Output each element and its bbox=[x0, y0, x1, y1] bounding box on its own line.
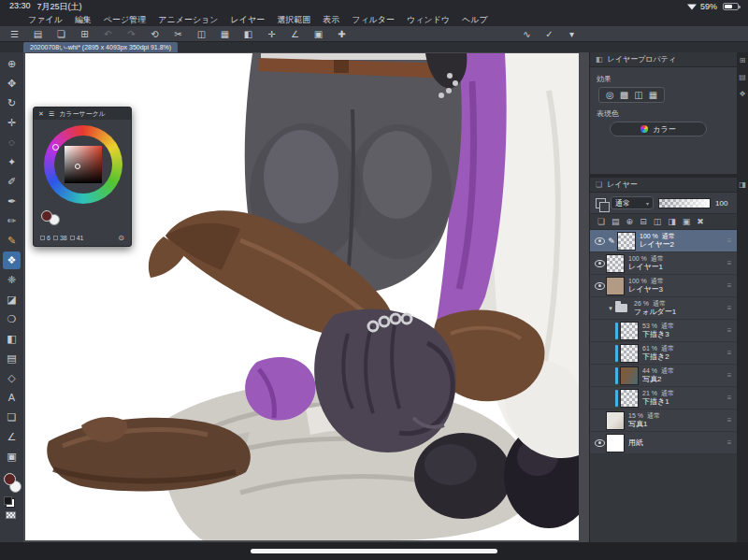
eyedropper-tool-icon[interactable]: ✐ bbox=[3, 173, 21, 191]
layer-thumbnail[interactable] bbox=[617, 232, 636, 251]
figure-tool-icon[interactable]: ◇ bbox=[3, 369, 21, 387]
menu-page[interactable]: ページ管理 bbox=[104, 14, 146, 26]
menu-animation[interactable]: アニメーション bbox=[158, 14, 218, 26]
subtool-panel-tab-icon[interactable]: ❖ bbox=[739, 90, 745, 98]
copy-icon[interactable]: ◫ bbox=[195, 29, 208, 39]
color-panel-header[interactable]: ✕ ☰ カラーサークル bbox=[34, 108, 131, 120]
frame-tool-icon[interactable]: ▣ bbox=[3, 448, 21, 466]
visibility-eye-icon[interactable] bbox=[595, 439, 605, 447]
undo-icon[interactable]: ↶ bbox=[102, 29, 114, 39]
hand-tool-icon[interactable]: ✥ bbox=[3, 75, 21, 93]
layer-thumbnail[interactable] bbox=[620, 322, 639, 340]
pen-tool-icon[interactable]: ✒ bbox=[3, 193, 21, 210]
row-handle-icon[interactable]: ≡ bbox=[724, 326, 735, 335]
row-handle-icon[interactable]: ≡ bbox=[724, 371, 735, 380]
clip-below-icon[interactable]: ⊕ bbox=[626, 217, 634, 226]
new-canvas-icon[interactable]: ❏ bbox=[55, 29, 67, 39]
bucket-fill-tool-icon[interactable]: ◧ bbox=[3, 330, 21, 348]
layer-row-shashin1[interactable]: 15 %通常 写真1 ≡ bbox=[590, 409, 737, 432]
border-effect-icon[interactable]: ◎ bbox=[606, 90, 614, 100]
layer-row-folder1[interactable]: ▾ 26 %通常 フォルダー1 ≡ bbox=[590, 297, 737, 320]
close-icon[interactable]: ✕ bbox=[38, 110, 44, 118]
save-icon[interactable]: ⊞ bbox=[79, 29, 91, 39]
layer-thumbnail[interactable] bbox=[620, 344, 639, 363]
row-handle-icon[interactable]: ≡ bbox=[724, 304, 735, 312]
visibility-eye-icon[interactable] bbox=[595, 282, 605, 290]
swatch-panel-tab-icon[interactable]: ▤ bbox=[739, 73, 746, 81]
home-indicator[interactable] bbox=[251, 549, 497, 553]
gradient-tool-icon[interactable]: ▤ bbox=[3, 350, 21, 367]
sv-marker[interactable] bbox=[75, 164, 80, 169]
transparent-color-swatch[interactable] bbox=[6, 511, 16, 519]
layer-thumbnail[interactable] bbox=[606, 277, 625, 295]
layer-panel-header[interactable]: ❏ レイヤー bbox=[590, 178, 737, 193]
transfer-icon[interactable]: ◫ bbox=[654, 217, 662, 226]
visibility-eye-icon[interactable] bbox=[595, 260, 605, 267]
deselect-icon[interactable]: ⟲ bbox=[149, 29, 161, 39]
extract-line-effect-icon[interactable]: ▦ bbox=[649, 90, 657, 100]
ruler-tool-icon[interactable]: ∠ bbox=[3, 428, 21, 446]
zoom-tool-icon[interactable]: ⊕ bbox=[3, 55, 21, 73]
pencil-tool-icon[interactable]: ✏ bbox=[3, 212, 21, 230]
ruler-icon[interactable]: ∠ bbox=[289, 29, 301, 39]
airbrush-tool-icon[interactable]: ❖ bbox=[3, 251, 21, 269]
history-panel-tab-icon[interactable]: ◨ bbox=[739, 180, 746, 189]
color-history-icon[interactable]: ⊙ bbox=[118, 234, 124, 242]
menu-window[interactable]: ウィンドウ bbox=[407, 14, 450, 26]
decoration-tool-icon[interactable]: ❈ bbox=[3, 271, 21, 289]
lasso-tool-icon[interactable]: ◌ bbox=[3, 134, 21, 151]
layer-thumbnail[interactable] bbox=[606, 411, 625, 430]
delete-layer-icon[interactable]: ✖ bbox=[697, 217, 704, 226]
lock-icon[interactable]: ▣ bbox=[683, 217, 691, 226]
grid-icon[interactable]: ▣ bbox=[312, 29, 324, 39]
layer-row-shitagaki3[interactable]: 53 %通常 下描き3 ≡ bbox=[590, 320, 737, 342]
layer-row-paper[interactable]: 用紙 ≡ bbox=[590, 432, 737, 454]
document-tab[interactable]: 20200708い-whi* (2895 x 4093px 350dpi 91.… bbox=[23, 42, 178, 52]
redo-icon[interactable]: ↷ bbox=[125, 29, 137, 39]
balloon-tool-icon[interactable]: ❏ bbox=[3, 409, 21, 426]
layer-thumbnail[interactable] bbox=[620, 389, 639, 408]
new-folder-icon[interactable]: ▤ bbox=[611, 217, 620, 226]
layer-row-shitagaki1[interactable]: 21 %通常 下描き1 ≡ bbox=[590, 387, 737, 409]
color-panel-tab-icon[interactable]: ⊞ bbox=[740, 56, 746, 65]
main-color-circle[interactable] bbox=[41, 210, 52, 222]
menu-edit[interactable]: 編集 bbox=[75, 14, 92, 26]
expression-color-dropdown[interactable]: カラー bbox=[610, 122, 707, 136]
layer-thumbnail[interactable] bbox=[606, 254, 625, 273]
layer-row-shashin2[interactable]: 44 %通常 写真2 ≡ bbox=[590, 365, 737, 387]
move-tool-icon[interactable]: ✛ bbox=[3, 114, 21, 132]
menu-filter[interactable]: フィルター bbox=[352, 14, 395, 26]
blend-tool-icon[interactable]: ❍ bbox=[3, 310, 21, 328]
paste-icon[interactable]: ▦ bbox=[219, 29, 231, 39]
cut-icon[interactable]: ✂ bbox=[172, 29, 184, 39]
main-color-swatch[interactable] bbox=[4, 473, 16, 485]
hue-marker[interactable] bbox=[52, 144, 59, 151]
menu-view[interactable]: 表示 bbox=[323, 14, 339, 26]
workspace-icon[interactable]: ▤ bbox=[32, 29, 44, 39]
brush-tool-icon[interactable]: ✎ bbox=[3, 232, 21, 250]
row-handle-icon[interactable]: ≡ bbox=[724, 438, 735, 447]
layer-color-effect-icon[interactable]: ◫ bbox=[634, 90, 642, 100]
visibility-eye-icon[interactable] bbox=[595, 237, 605, 245]
opacity-slider[interactable] bbox=[658, 198, 711, 208]
row-handle-icon[interactable]: ≡ bbox=[724, 394, 735, 402]
layer-row-layer1[interactable]: 100 %通常 レイヤー1 ≡ bbox=[590, 252, 737, 275]
row-handle-icon[interactable]: ≡ bbox=[724, 416, 735, 424]
menu-file[interactable]: ファイル bbox=[28, 14, 63, 26]
layer-property-header[interactable]: ◧ レイヤープロパティ bbox=[590, 52, 737, 67]
layer-thumbnail[interactable] bbox=[606, 434, 625, 452]
text-tool-icon[interactable]: A bbox=[3, 389, 21, 407]
merge-down-icon[interactable]: ⊟ bbox=[640, 217, 647, 226]
default-bw-colors[interactable] bbox=[6, 498, 15, 508]
layer-mask-icon[interactable] bbox=[596, 198, 606, 208]
rotate-tool-icon[interactable]: ↻ bbox=[3, 94, 21, 112]
blend-mode-dropdown[interactable]: 通常 ▾ bbox=[611, 196, 654, 209]
row-handle-icon[interactable]: ≡ bbox=[724, 237, 735, 245]
folder-expand-icon[interactable]: ▾ bbox=[606, 305, 615, 312]
stabilize-icon[interactable]: ∿ bbox=[521, 29, 533, 39]
panel-menu-icon[interactable]: ☰ bbox=[49, 110, 54, 118]
mask-icon[interactable]: ◨ bbox=[668, 217, 676, 226]
layer-row-layer2[interactable]: ✎ 100 %通常 レイヤー2 ≡ bbox=[590, 230, 737, 252]
snap-icon[interactable]: ✚ bbox=[336, 29, 348, 39]
fill-icon[interactable]: ◧ bbox=[242, 29, 254, 39]
